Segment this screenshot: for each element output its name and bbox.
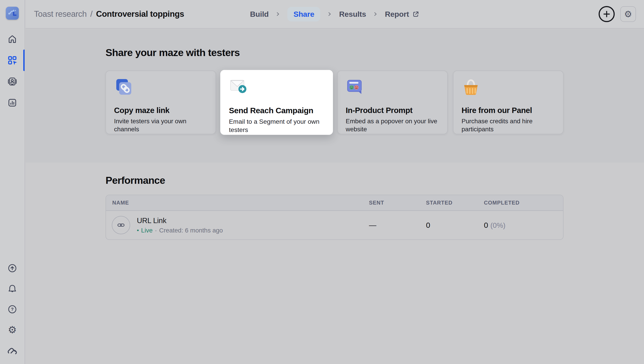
project-settings-button[interactable]: ⚙ <box>620 6 636 22</box>
gear-icon: ⚙ <box>8 325 17 335</box>
card-send-reach-campaign[interactable]: Send Reach Campaign Email to a Segment o… <box>220 70 333 135</box>
copy-link-icon <box>114 78 133 96</box>
mazes-grid-icon <box>7 55 18 66</box>
cell-started: 0 <box>426 221 484 230</box>
plus-icon <box>603 10 611 18</box>
tab-results[interactable]: Results <box>339 10 366 18</box>
card-title: Copy maze link <box>114 106 207 115</box>
tab-report-label: Report <box>385 10 409 18</box>
chevron-right-icon <box>373 12 378 17</box>
sidebar-item-reports[interactable] <box>7 98 18 108</box>
sidebar-item-notifications[interactable] <box>7 284 18 294</box>
workspace-logo-icon <box>7 8 17 18</box>
card-title: Hire from our Panel <box>462 106 555 115</box>
row-title: URL Link <box>137 216 223 225</box>
tab-report[interactable]: Report <box>385 10 419 18</box>
svg-text:?: ? <box>11 307 14 312</box>
sidebar-maze-logo[interactable] <box>7 345 18 356</box>
card-title: In-Product Prompt <box>346 106 439 115</box>
completed-percentage: (0%) <box>490 221 506 229</box>
column-header-name: NAME <box>106 200 369 206</box>
sidebar-item-upgrade[interactable] <box>7 263 18 273</box>
new-maze-button[interactable] <box>599 6 615 22</box>
share-cards: Copy maze link Invite testers via your o… <box>106 70 630 134</box>
tab-share[interactable]: Share <box>288 7 320 22</box>
breadcrumb-workspace[interactable]: Toast research <box>34 10 87 19</box>
share-heading: Share your maze with testers <box>106 29 630 58</box>
live-status-dot: • <box>137 227 139 234</box>
sidebar: ? ⚙ <box>0 0 25 364</box>
sidebar-item-settings[interactable]: ⚙ <box>7 325 18 335</box>
breadcrumb: Toast research / Controversial toppings <box>34 10 184 19</box>
maze-step-tabs: Build Share Results Report <box>250 0 419 28</box>
performance-section: Performance NAME SENT STARTED COMPLETED <box>26 162 644 364</box>
chevron-right-icon <box>276 12 281 17</box>
bell-icon <box>7 284 18 294</box>
external-link-icon <box>412 10 419 18</box>
performance-table: NAME SENT STARTED COMPLETED <box>106 195 563 240</box>
link-avatar <box>112 216 130 234</box>
meta-separator: · <box>155 227 157 234</box>
row-name-cell: URL Link • Live · Created: 6 months ago <box>106 216 369 234</box>
card-copy-maze-link[interactable]: Copy maze link Invite testers via your o… <box>106 70 216 134</box>
row-meta: • Live · Created: 6 months ago <box>137 227 223 234</box>
card-description: Invite testers via your own channels <box>114 117 206 134</box>
workspace-logo[interactable] <box>6 7 19 20</box>
performance-heading: Performance <box>106 162 630 186</box>
created-label: Created: 6 months ago <box>159 227 223 234</box>
cell-sent: — <box>369 221 426 229</box>
shopping-basket-icon <box>462 78 480 96</box>
column-header-completed: COMPLETED <box>484 200 563 206</box>
table-header: NAME SENT STARTED COMPLETED <box>106 195 563 211</box>
reports-icon <box>7 98 18 108</box>
row-name-block: URL Link • Live · Created: 6 months ago <box>137 216 223 234</box>
topbar: Toast research / Controversial toppings … <box>26 0 644 28</box>
cell-completed: 0(0%) <box>484 221 563 230</box>
column-header-sent: SENT <box>369 200 426 206</box>
card-description: Purchase credits and hire participants <box>462 117 553 134</box>
breadcrumb-separator: / <box>90 10 93 19</box>
sidebar-item-mazes[interactable] <box>7 55 18 66</box>
gear-icon: ⚙ <box>624 9 632 19</box>
participants-icon <box>7 76 18 87</box>
help-icon: ? <box>7 304 18 314</box>
card-in-product-prompt[interactable]: In-Product Prompt Embed as a popover on … <box>337 70 448 134</box>
home-icon <box>7 34 18 44</box>
card-hire-from-panel[interactable]: Hire from our Panel Purchase credits and… <box>453 70 563 134</box>
sidebar-item-help[interactable]: ? <box>7 304 18 314</box>
tab-build[interactable]: Build <box>250 10 269 18</box>
link-icon <box>116 221 125 230</box>
completed-count: 0 <box>484 221 488 229</box>
send-campaign-icon <box>229 77 248 96</box>
live-status-label: Live <box>141 227 152 234</box>
sidebar-bottom: ? ⚙ <box>7 263 18 364</box>
card-title: Send Reach Campaign <box>229 106 324 115</box>
share-section: Share your maze with testers Copy maze l… <box>26 29 644 162</box>
upgrade-icon <box>7 263 18 273</box>
sidebar-item-participants[interactable] <box>7 76 18 87</box>
table-row[interactable]: URL Link • Live · Created: 6 months ago … <box>106 211 563 240</box>
maze-logo-icon <box>7 346 18 355</box>
sidebar-item-home[interactable] <box>7 34 18 44</box>
card-description: Email to a Segment of your own testers <box>229 118 322 134</box>
column-header-started: STARTED <box>426 200 484 206</box>
card-description: Embed as a popover on your live website <box>346 117 437 134</box>
chevron-right-icon <box>327 12 332 17</box>
in-product-prompt-icon <box>346 78 364 96</box>
topbar-actions: ⚙ <box>599 6 636 22</box>
sidebar-active-indicator <box>23 50 25 71</box>
sidebar-nav <box>7 34 18 108</box>
breadcrumb-project-title: Controversial toppings <box>96 10 184 19</box>
